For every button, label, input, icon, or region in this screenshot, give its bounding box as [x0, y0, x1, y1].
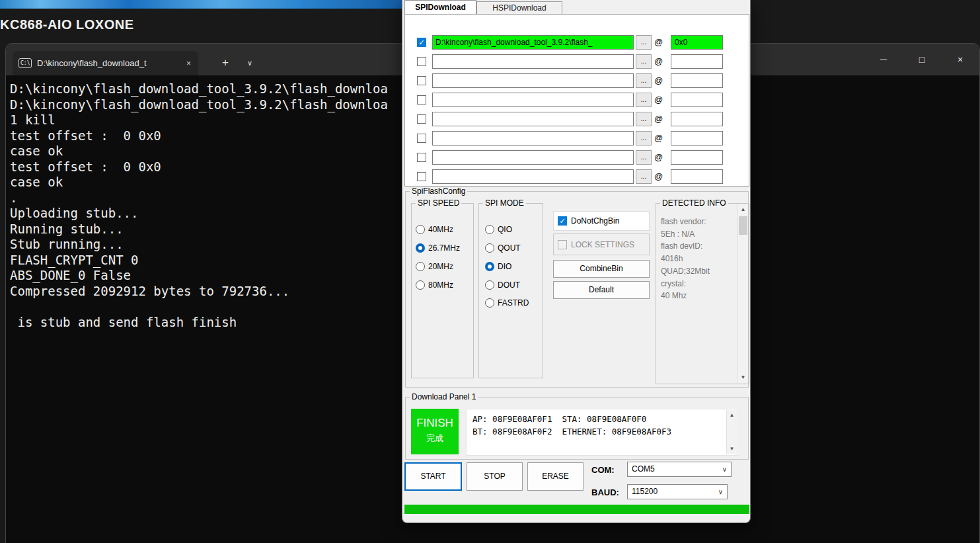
offset-field[interactable] [671, 112, 723, 126]
do-not-chg-bin-label: DoNotChgBin [571, 216, 619, 226]
file-checkbox[interactable] [417, 76, 426, 85]
radio-icon [485, 262, 494, 271]
scroll-down-icon[interactable]: ▼ [727, 444, 737, 454]
baud-label: BAUD: [591, 487, 619, 497]
spi-speed-label: SPI SPEED [416, 198, 461, 208]
browse-button[interactable]: ... [636, 54, 652, 69]
baud-rate-select[interactable]: 115200 ∨ [627, 484, 728, 499]
default-button[interactable]: Default [553, 281, 650, 299]
file-checkbox[interactable] [417, 172, 426, 181]
offset-field[interactable] [671, 169, 723, 184]
mac-info-scrollbar[interactable]: ▲ ▼ [726, 410, 737, 454]
file-checkbox[interactable] [417, 57, 426, 66]
status-text: FINISH [411, 417, 459, 430]
radio-20mhz[interactable]: 20MHz [416, 261, 453, 271]
file-checkbox[interactable] [417, 38, 426, 47]
radio-icon [485, 243, 494, 253]
browse-button[interactable]: ... [636, 93, 652, 107]
spi-mode-label: SPI MODE [483, 198, 526, 208]
desktop: KC868-AIO LOXONE C:\ D:\kincony\flash_do… [0, 0, 980, 543]
radio-80mhz[interactable]: 80MHz [416, 280, 453, 290]
tab-hspidownload[interactable]: HSPIDownload [476, 1, 562, 14]
file-path-field[interactable] [432, 169, 634, 184]
detected-info-line: 5Eh : N/A [661, 228, 710, 241]
spi-speed-group: SPI SPEED 40MHz 26.7MHz 20MHz 80MHz [411, 203, 474, 378]
spi-flash-config-label: SpiFlashConfig [410, 187, 467, 196]
offset-field[interactable] [671, 73, 723, 88]
browse-button[interactable]: ... [636, 169, 652, 184]
terminal-tab[interactable]: C:\ D:\kincony\flash_download_t × [13, 51, 198, 75]
chevron-down-icon: ∨ [722, 462, 727, 476]
browse-button[interactable]: ... [636, 112, 652, 126]
do-not-chg-bin-checkbox[interactable] [558, 216, 567, 226]
combine-bin-button[interactable]: CombineBin [553, 260, 650, 278]
erase-button[interactable]: ERASE [527, 462, 584, 491]
lock-settings-checkbox[interactable] [558, 240, 567, 249]
tab-close-icon[interactable]: × [185, 59, 192, 68]
status-text-cn: 完成 [411, 433, 459, 444]
lock-settings-option[interactable]: LOCK SETTINGS [553, 233, 650, 255]
file-path-field[interactable] [432, 54, 634, 69]
offset-field[interactable] [671, 93, 723, 107]
spi-mode-group: SPI MODE QIO QOUT DIO DOUT [478, 203, 543, 378]
scrollbar-thumb[interactable] [739, 216, 747, 235]
radio-40mhz[interactable]: 40MHz [416, 224, 453, 234]
detected-info-group: DETECTED INFO flash vendor: 5Eh : N/A fl… [656, 203, 749, 384]
file-checkbox[interactable] [417, 95, 426, 104]
file-path-field[interactable] [432, 112, 634, 126]
browse-button[interactable]: ... [636, 35, 652, 50]
radio-label: DOUT [498, 280, 520, 290]
radio-dio[interactable]: DIO [485, 261, 511, 271]
com-port-select[interactable]: COM5 ∨ [627, 462, 732, 477]
chevron-down-icon: ∨ [718, 485, 723, 499]
file-path-field[interactable] [432, 131, 634, 146]
maximize-button[interactable]: □ [903, 44, 941, 75]
radio-qio[interactable]: QIO [485, 224, 512, 234]
detected-info-line: 4016h [661, 253, 710, 265]
chevron-down-icon[interactable]: ∨ [241, 51, 259, 75]
browse-button[interactable]: ... [636, 150, 652, 165]
radio-icon [485, 225, 494, 234]
status-badge: FINISH 完成 [411, 409, 459, 454]
new-tab-button[interactable]: + [216, 51, 235, 75]
radio-fastrd[interactable]: FASTRD [485, 298, 529, 308]
file-path-field[interactable] [432, 93, 634, 107]
minimize-button[interactable]: ─ [864, 44, 903, 75]
mac-info-line: BT: 08F9E08AF0F2 ETHERNET: 08F9E08AF0F3 [472, 427, 671, 437]
do-not-chg-bin-option[interactable]: DoNotChgBin [553, 211, 650, 231]
offset-field[interactable]: 0x0 [671, 35, 723, 50]
radio-26-7mhz[interactable]: 26.7MHz [416, 243, 460, 253]
file-checkbox[interactable] [417, 114, 426, 124]
tab-spidownload[interactable]: SPIDownload [404, 0, 476, 14]
radio-icon [485, 280, 494, 290]
file-checkbox[interactable] [417, 153, 426, 162]
file-path-field[interactable] [432, 150, 634, 165]
download-panel-label: Download Panel 1 [410, 392, 478, 401]
flash-tool-window: SPIDownload HSPIDownload D:\kincony\flas… [402, 0, 751, 523]
file-row: ... @ [405, 54, 749, 69]
offset-field[interactable] [671, 131, 723, 146]
background-window-edge [0, 0, 402, 9]
radio-dout[interactable]: DOUT [485, 280, 520, 290]
terminal-tab-title: D:\kincony\flash_download_t [37, 58, 180, 68]
file-path-field[interactable] [432, 73, 634, 88]
stop-button[interactable]: STOP [467, 462, 523, 491]
offset-field[interactable] [671, 150, 723, 165]
file-path-field[interactable]: D:\kincony\flash_download_tool_3.9.2\fla… [432, 35, 634, 50]
scroll-up-icon[interactable]: ▲ [727, 410, 737, 421]
radio-icon [416, 225, 425, 234]
scroll-down-icon[interactable]: ▼ [738, 372, 748, 383]
detected-info-scrollbar[interactable]: ▲ ▼ [737, 204, 748, 383]
file-row: ... @ [405, 150, 749, 165]
browse-button[interactable]: ... [636, 131, 652, 146]
offset-field[interactable] [671, 54, 723, 69]
detected-info-line: 40 Mhz [661, 290, 710, 302]
radio-icon [416, 243, 425, 253]
radio-qout[interactable]: QOUT [485, 243, 521, 253]
com-port-value: COM5 [632, 464, 655, 474]
close-button[interactable]: × [941, 44, 979, 75]
file-checkbox[interactable] [417, 134, 426, 143]
browse-button[interactable]: ... [636, 73, 652, 88]
scroll-up-icon[interactable]: ▲ [738, 204, 748, 215]
start-button[interactable]: START [404, 462, 462, 491]
